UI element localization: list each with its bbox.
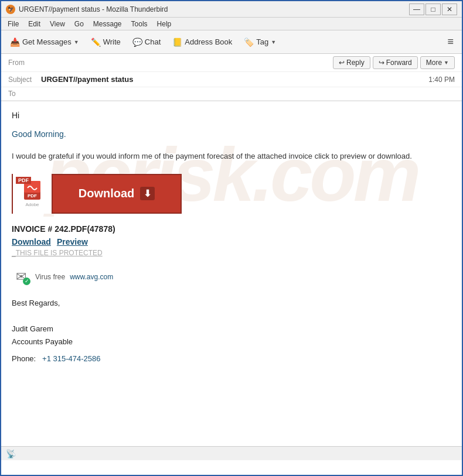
pdf-download-label: Download ⬇ <box>53 187 181 200</box>
reply-label: Reply <box>346 59 365 67</box>
window-controls: — □ ✕ <box>409 4 457 15</box>
pdf-download-text: Download <box>79 187 135 200</box>
email-content: Hi Good Morning. I would be grateful if … <box>12 111 451 363</box>
connection-icon: 📡 <box>6 449 16 458</box>
preview-link[interactable]: Preview <box>57 237 88 246</box>
address-book-label: Address Book <box>185 37 232 46</box>
body-text: I would be grateful if you would inform … <box>12 150 451 162</box>
hamburger-menu[interactable]: ≡ <box>442 36 458 48</box>
forward-label: Forward <box>386 59 412 67</box>
subject-label: Subject <box>8 76 38 84</box>
protected-text: _THIS FILE IS PROTECTED <box>12 249 451 257</box>
invoice-title: INVOICE # 242.PDF(47878) <box>12 224 451 234</box>
greeting-hi: Hi <box>12 111 451 120</box>
checkmark-icon: ✓ <box>23 278 30 285</box>
get-messages-label: Get Messages <box>22 37 72 46</box>
more-arrow: ▼ <box>444 60 449 66</box>
toolbar: 📥 Get Messages ▼ ✏️ Write 💬 Chat 📒 Addre… <box>1 30 462 54</box>
more-label: More <box>426 59 442 67</box>
greeting-morning: Good Morning. <box>12 129 451 139</box>
phone-line: Phone: +1 315-474-2586 <box>12 354 451 363</box>
pdf-icon-area: PDF PDF Adobe <box>13 174 53 214</box>
subject-row: Subject URGENT//payment status 1:40 PM <box>1 72 462 87</box>
tag-button[interactable]: 🏷️ Tag ▼ <box>239 33 281 51</box>
chat-label: Chat <box>145 37 161 46</box>
email-actions: ↩ Reply ↪ Forward More ▼ <box>333 56 455 69</box>
avg-icon: ✉ ✓ <box>12 269 30 285</box>
status-bar: 📡 <box>1 446 462 460</box>
reply-icon: ↩ <box>339 59 345 67</box>
write-label: Write <box>103 37 121 46</box>
chat-button[interactable]: 💬 Chat <box>127 33 166 51</box>
menu-tools[interactable]: Tools <box>127 19 152 29</box>
tag-label: Tag <box>256 37 268 46</box>
svg-text:PDF: PDF <box>28 193 37 198</box>
app-icon: 🦅 <box>6 5 15 14</box>
download-link[interactable]: Download <box>12 237 51 246</box>
invoice-links: Download Preview <box>12 237 451 246</box>
signature-regards: Best Regards, <box>12 297 451 310</box>
close-button[interactable]: ✕ <box>442 4 457 15</box>
avg-link[interactable]: www.avg.com <box>70 273 113 281</box>
title-bar-left: 🦅 URGENT//payment status - Mozilla Thund… <box>6 5 168 14</box>
forward-button[interactable]: ↪ Forward <box>373 56 418 69</box>
email-body: pcrisk.com Hi Good Morning. I would be g… <box>1 101 462 446</box>
phone-number: +1 315-474-2586 <box>42 354 100 363</box>
tag-arrow: ▼ <box>271 39 276 45</box>
email-header: From ↩ Reply ↪ Forward More ▼ Subject UR… <box>1 54 462 101</box>
get-messages-button[interactable]: 📥 Get Messages ▼ <box>5 33 84 51</box>
to-label: To <box>8 90 38 98</box>
adobe-label: Adobe <box>25 202 39 207</box>
pdf-badge: PDF <box>16 177 31 184</box>
address-book-button[interactable]: 📒 Address Book <box>167 33 237 51</box>
write-button[interactable]: ✏️ Write <box>86 33 126 51</box>
to-row: To <box>1 87 462 101</box>
reply-button[interactable]: ↩ Reply <box>333 56 370 69</box>
phone-label: Phone: <box>12 354 36 363</box>
pdf-download-banner[interactable]: PDF PDF Adobe Download ⬇ <box>12 174 182 214</box>
menu-bar: File Edit View Go Message Tools Help <box>1 18 462 30</box>
from-actions-row: From ↩ Reply ↪ Forward More ▼ <box>1 54 462 72</box>
menu-message[interactable]: Message <box>89 19 126 29</box>
get-messages-icon: 📥 <box>10 37 20 47</box>
menu-help[interactable]: Help <box>153 19 176 29</box>
download-arrow-icon: ⬇ <box>140 187 155 200</box>
menu-edit[interactable]: Edit <box>24 19 45 29</box>
signature-title: Accounts Payable <box>12 335 451 348</box>
maximize-button[interactable]: □ <box>425 4 441 15</box>
window-title: URGENT//payment status - Mozilla Thunder… <box>19 5 168 13</box>
pdf-attachment: PDF PDF Adobe Download ⬇ <box>12 174 182 214</box>
more-button[interactable]: More ▼ <box>420 56 455 69</box>
avg-row: ✉ ✓ Virus free www.avg.com <box>12 269 451 285</box>
minimize-button[interactable]: — <box>409 4 424 15</box>
chat-icon: 💬 <box>132 37 142 47</box>
tag-icon: 🏷️ <box>244 37 254 47</box>
email-timestamp: 1:40 PM <box>428 76 455 84</box>
from-label: From <box>8 59 38 67</box>
menu-view[interactable]: View <box>46 19 69 29</box>
menu-go[interactable]: Go <box>70 19 88 29</box>
signature-name: Judit Garem <box>12 323 451 335</box>
forward-icon: ↪ <box>379 59 384 67</box>
get-messages-arrow: ▼ <box>74 39 79 45</box>
title-bar: 🦅 URGENT//payment status - Mozilla Thund… <box>1 1 462 18</box>
menu-file[interactable]: File <box>4 19 23 29</box>
virus-free-text: Virus free <box>35 273 65 281</box>
subject-value: URGENT//payment status <box>41 75 133 84</box>
signature-block: Best Regards, Judit Garem Accounts Payab… <box>12 297 451 348</box>
write-icon: ✏️ <box>91 37 101 47</box>
address-book-icon: 📒 <box>172 37 182 47</box>
